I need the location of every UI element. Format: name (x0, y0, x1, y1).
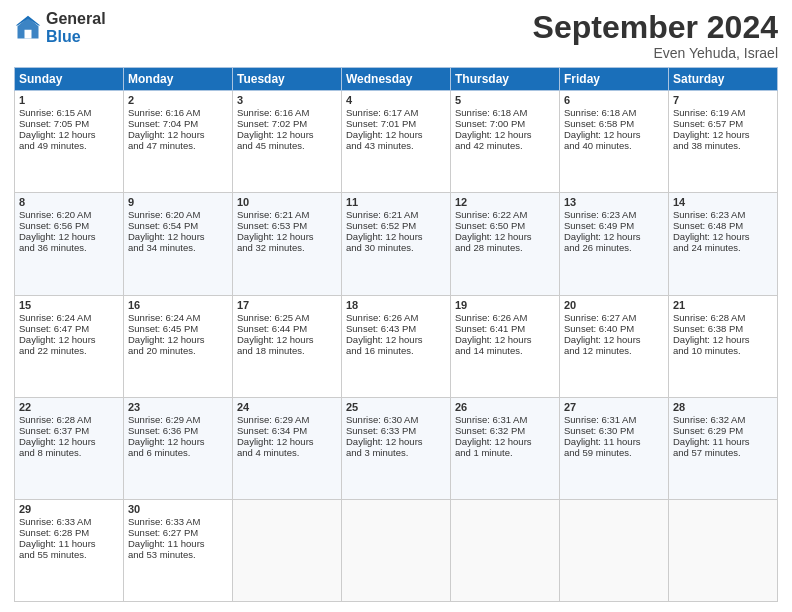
day-info-line: Sunset: 6:33 PM (346, 425, 446, 436)
calendar-cell: 25Sunrise: 6:30 AMSunset: 6:33 PMDayligh… (342, 397, 451, 499)
day-info-line: and 32 minutes. (237, 242, 337, 253)
day-info-line: Sunrise: 6:20 AM (128, 209, 228, 220)
day-info-line: Sunset: 6:53 PM (237, 220, 337, 231)
day-info-line: Sunset: 6:29 PM (673, 425, 773, 436)
day-number: 10 (237, 196, 337, 208)
day-info-line: Daylight: 12 hours (237, 334, 337, 345)
day-info-line: and 34 minutes. (128, 242, 228, 253)
weekday-header-cell: Sunday (15, 68, 124, 91)
day-info-line: Sunrise: 6:17 AM (346, 107, 446, 118)
day-info-line: Sunrise: 6:29 AM (237, 414, 337, 425)
day-number: 11 (346, 196, 446, 208)
day-number: 7 (673, 94, 773, 106)
day-info-line: Daylight: 12 hours (673, 334, 773, 345)
day-info-line: Daylight: 12 hours (673, 129, 773, 140)
day-number: 29 (19, 503, 119, 515)
day-number: 19 (455, 299, 555, 311)
weekday-header-cell: Saturday (669, 68, 778, 91)
calendar-cell: 13Sunrise: 6:23 AMSunset: 6:49 PMDayligh… (560, 193, 669, 295)
day-info-line: Sunrise: 6:30 AM (346, 414, 446, 425)
calendar-cell: 21Sunrise: 6:28 AMSunset: 6:38 PMDayligh… (669, 295, 778, 397)
day-info-line: and 24 minutes. (673, 242, 773, 253)
weekday-header-cell: Monday (124, 68, 233, 91)
calendar-week-row: 29Sunrise: 6:33 AMSunset: 6:28 PMDayligh… (15, 499, 778, 601)
calendar-cell: 7Sunrise: 6:19 AMSunset: 6:57 PMDaylight… (669, 91, 778, 193)
day-info-line: Sunset: 7:05 PM (19, 118, 119, 129)
day-info-line: Sunrise: 6:33 AM (128, 516, 228, 527)
calendar-cell: 22Sunrise: 6:28 AMSunset: 6:37 PMDayligh… (15, 397, 124, 499)
day-number: 24 (237, 401, 337, 413)
day-info-line: and 30 minutes. (346, 242, 446, 253)
calendar-cell (560, 499, 669, 601)
day-info-line: Sunrise: 6:24 AM (19, 312, 119, 323)
day-number: 9 (128, 196, 228, 208)
logo-text: General Blue (46, 10, 106, 45)
day-info-line: Sunset: 6:36 PM (128, 425, 228, 436)
day-info-line: Daylight: 11 hours (564, 436, 664, 447)
calendar-table: SundayMondayTuesdayWednesdayThursdayFrid… (14, 67, 778, 602)
calendar-cell: 24Sunrise: 6:29 AMSunset: 6:34 PMDayligh… (233, 397, 342, 499)
day-info-line: Sunset: 6:30 PM (564, 425, 664, 436)
day-number: 12 (455, 196, 555, 208)
calendar-cell: 27Sunrise: 6:31 AMSunset: 6:30 PMDayligh… (560, 397, 669, 499)
day-info-line: and 47 minutes. (128, 140, 228, 151)
day-info-line: Sunrise: 6:29 AM (128, 414, 228, 425)
calendar-cell: 26Sunrise: 6:31 AMSunset: 6:32 PMDayligh… (451, 397, 560, 499)
day-info-line: Sunrise: 6:22 AM (455, 209, 555, 220)
day-info-line: Daylight: 12 hours (455, 436, 555, 447)
logo: General Blue (14, 10, 106, 45)
day-info-line: Sunset: 6:47 PM (19, 323, 119, 334)
day-info-line: and 59 minutes. (564, 447, 664, 458)
day-info-line: and 55 minutes. (19, 549, 119, 560)
calendar-cell: 10Sunrise: 6:21 AMSunset: 6:53 PMDayligh… (233, 193, 342, 295)
day-info-line: Sunrise: 6:23 AM (673, 209, 773, 220)
calendar-cell (451, 499, 560, 601)
day-info-line: Sunrise: 6:18 AM (564, 107, 664, 118)
day-info-line: Daylight: 12 hours (237, 129, 337, 140)
day-info-line: Daylight: 12 hours (346, 436, 446, 447)
day-info-line: Sunset: 6:43 PM (346, 323, 446, 334)
day-info-line: Daylight: 12 hours (455, 334, 555, 345)
day-info-line: Sunrise: 6:16 AM (237, 107, 337, 118)
calendar-cell: 2Sunrise: 6:16 AMSunset: 7:04 PMDaylight… (124, 91, 233, 193)
day-info-line: Sunset: 6:56 PM (19, 220, 119, 231)
day-number: 17 (237, 299, 337, 311)
day-info-line: Daylight: 12 hours (346, 231, 446, 242)
day-info-line: Sunrise: 6:31 AM (455, 414, 555, 425)
day-info-line: Sunset: 6:37 PM (19, 425, 119, 436)
calendar-cell: 19Sunrise: 6:26 AMSunset: 6:41 PMDayligh… (451, 295, 560, 397)
day-info-line: and 40 minutes. (564, 140, 664, 151)
day-info-line: and 3 minutes. (346, 447, 446, 458)
calendar-cell: 20Sunrise: 6:27 AMSunset: 6:40 PMDayligh… (560, 295, 669, 397)
day-info-line: Daylight: 12 hours (128, 129, 228, 140)
day-info-line: and 1 minute. (455, 447, 555, 458)
calendar-week-row: 15Sunrise: 6:24 AMSunset: 6:47 PMDayligh… (15, 295, 778, 397)
day-info-line: Sunset: 6:41 PM (455, 323, 555, 334)
day-info-line: Daylight: 12 hours (237, 231, 337, 242)
day-number: 3 (237, 94, 337, 106)
logo-icon (14, 14, 42, 42)
day-info-line: and 26 minutes. (564, 242, 664, 253)
svg-rect-2 (25, 29, 32, 38)
calendar-cell (342, 499, 451, 601)
day-number: 16 (128, 299, 228, 311)
day-info-line: Sunrise: 6:15 AM (19, 107, 119, 118)
calendar-body: 1Sunrise: 6:15 AMSunset: 7:05 PMDaylight… (15, 91, 778, 602)
page: General Blue September 2024 Even Yehuda,… (0, 0, 792, 612)
day-info-line: Daylight: 12 hours (19, 436, 119, 447)
day-info-line: Sunset: 6:48 PM (673, 220, 773, 231)
day-info-line: Sunset: 6:57 PM (673, 118, 773, 129)
day-info-line: Daylight: 12 hours (564, 334, 664, 345)
calendar-cell: 6Sunrise: 6:18 AMSunset: 6:58 PMDaylight… (560, 91, 669, 193)
day-info-line: Daylight: 11 hours (673, 436, 773, 447)
day-info-line: Sunrise: 6:19 AM (673, 107, 773, 118)
day-info-line: Sunset: 6:45 PM (128, 323, 228, 334)
location-subtitle: Even Yehuda, Israel (533, 45, 778, 61)
day-info-line: Sunset: 6:50 PM (455, 220, 555, 231)
day-info-line: and 45 minutes. (237, 140, 337, 151)
day-info-line: Sunrise: 6:20 AM (19, 209, 119, 220)
day-info-line: Daylight: 12 hours (128, 436, 228, 447)
calendar-cell: 11Sunrise: 6:21 AMSunset: 6:52 PMDayligh… (342, 193, 451, 295)
calendar-week-row: 22Sunrise: 6:28 AMSunset: 6:37 PMDayligh… (15, 397, 778, 499)
day-info-line: and 12 minutes. (564, 345, 664, 356)
